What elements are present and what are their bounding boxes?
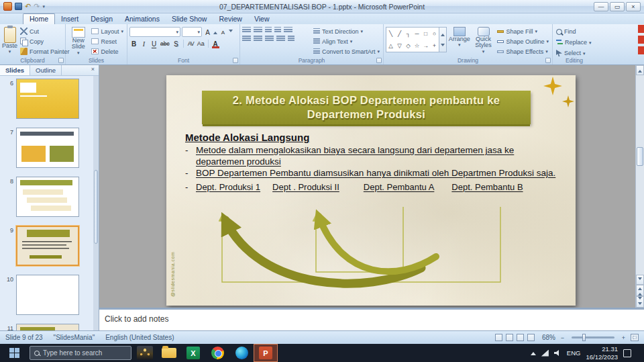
shrink-font-button[interactable]: A bbox=[219, 28, 227, 37]
strikethrough-button[interactable]: abc bbox=[160, 39, 170, 48]
italic-button[interactable]: I bbox=[140, 39, 148, 48]
taskbar-powerpoint-active[interactable]: P bbox=[254, 344, 278, 362]
start-button[interactable] bbox=[0, 344, 28, 362]
taskbar-app-dark[interactable] bbox=[133, 344, 157, 362]
bullets-icon[interactable] bbox=[242, 27, 251, 34]
slide-thumbnail-11[interactable]: 11 bbox=[0, 324, 79, 330]
font-dialog-launcher[interactable] bbox=[233, 58, 238, 63]
tab-animations[interactable]: Animations bbox=[119, 14, 166, 24]
font-size-combo[interactable]: ▾ bbox=[182, 27, 202, 37]
shape-outline-button[interactable]: Shape Outline ▾ bbox=[496, 37, 550, 46]
shape-fill-button[interactable]: Shape Fill ▾ bbox=[496, 27, 550, 36]
panel-tab-outline[interactable]: Outline bbox=[30, 65, 62, 75]
volume-icon[interactable] bbox=[554, 350, 561, 357]
delete-button[interactable]: Delete bbox=[90, 47, 125, 56]
tab-review[interactable]: Review bbox=[213, 14, 248, 24]
reset-button[interactable]: Reset bbox=[90, 37, 125, 46]
slide-thumbnail-7[interactable]: 7 bbox=[0, 128, 79, 168]
language-indicator[interactable]: English (United States) bbox=[105, 334, 174, 341]
layout-button[interactable]: Layout ▾ bbox=[90, 27, 125, 36]
line-spacing-icon[interactable] bbox=[284, 27, 292, 34]
tab-view[interactable]: View bbox=[248, 14, 276, 24]
align-left-icon[interactable] bbox=[242, 36, 251, 42]
slide-thumbnail-10[interactable]: 10 bbox=[0, 275, 79, 315]
input-language[interactable]: ENG bbox=[567, 349, 581, 357]
panel-scrollbar-thumb[interactable] bbox=[94, 170, 98, 244]
clipboard-dialog-launcher[interactable] bbox=[58, 58, 64, 63]
taskbar-chrome[interactable] bbox=[205, 344, 229, 362]
convert-smartart-button[interactable]: Convert to SmartArt ▾ bbox=[312, 47, 381, 56]
notes-pane[interactable]: Click to add notes bbox=[99, 308, 644, 330]
slideshow-view-button[interactable] bbox=[527, 334, 535, 341]
zoom-in-button[interactable]: + bbox=[620, 334, 627, 341]
text-direction-button[interactable]: Text Direction ▾ bbox=[312, 27, 381, 36]
shape-triangle-down-icon[interactable]: ▽ bbox=[395, 40, 404, 52]
network-icon[interactable] bbox=[541, 350, 549, 357]
cut-button[interactable]: Cut bbox=[19, 27, 71, 36]
notes-placeholder[interactable]: Click to add notes bbox=[99, 310, 644, 324]
select-button[interactable]: Select ▾ bbox=[555, 48, 594, 58]
save-icon[interactable] bbox=[15, 3, 22, 10]
align-center-icon[interactable] bbox=[254, 36, 262, 42]
change-case-button[interactable]: Aa bbox=[197, 39, 205, 48]
shape-oval-icon[interactable]: ○ bbox=[430, 28, 439, 40]
bold-button[interactable]: B bbox=[129, 39, 138, 48]
tray-expand-icon[interactable] bbox=[531, 349, 536, 355]
tab-home[interactable]: Home bbox=[23, 13, 55, 24]
align-right-icon[interactable] bbox=[265, 36, 274, 42]
shape-arrow-icon[interactable]: → bbox=[421, 40, 430, 52]
panel-close-icon[interactable]: × bbox=[87, 65, 99, 75]
slide-sorter-view-button[interactable] bbox=[506, 334, 513, 341]
taskbar-excel[interactable]: X bbox=[181, 344, 205, 362]
justify-icon[interactable] bbox=[276, 36, 285, 42]
shape-star-icon[interactable]: ☆ bbox=[413, 40, 421, 52]
numbering-icon[interactable] bbox=[254, 27, 262, 34]
arrange-button[interactable]: Arrange ▾ bbox=[448, 26, 471, 56]
taskbar-edge[interactable] bbox=[229, 344, 254, 362]
shape-rect-icon[interactable]: □ bbox=[421, 28, 430, 40]
slide-thumbnail-9-selected[interactable]: 9 bbox=[0, 226, 79, 266]
underline-button[interactable]: U bbox=[150, 39, 158, 48]
maximize-button[interactable]: ▭ bbox=[610, 2, 625, 11]
quick-styles-button[interactable]: Quick Styles ▾ bbox=[472, 26, 495, 56]
taskbar-file-explorer[interactable] bbox=[157, 344, 181, 362]
next-slide-button[interactable] bbox=[636, 296, 644, 308]
fit-to-window-button[interactable] bbox=[631, 334, 639, 341]
shape-elbow-icon[interactable]: ┐ bbox=[404, 28, 413, 40]
find-button[interactable]: Find bbox=[555, 27, 594, 36]
font-color-button[interactable]: A bbox=[211, 39, 220, 48]
tab-insert[interactable]: Insert bbox=[55, 14, 85, 24]
tab-design[interactable]: Design bbox=[85, 14, 119, 24]
replace-button[interactable]: Replace ▾ bbox=[555, 38, 594, 47]
slide-title-placeholder[interactable]: 2. Metode Alokasi BOP Departemen pembant… bbox=[202, 91, 531, 124]
text-shadow-button[interactable]: S bbox=[172, 39, 180, 48]
zoom-slider[interactable] bbox=[572, 336, 614, 338]
vertical-scrollbar[interactable] bbox=[635, 65, 644, 308]
scroll-up-button[interactable] bbox=[636, 65, 644, 75]
character-spacing-button[interactable]: AV bbox=[186, 39, 195, 48]
zoom-slider-thumb[interactable] bbox=[582, 334, 586, 341]
decrease-indent-icon[interactable] bbox=[265, 27, 272, 34]
normal-view-button[interactable] bbox=[495, 334, 502, 341]
shape-dash-icon[interactable]: ─ bbox=[413, 28, 421, 40]
zoom-out-button[interactable]: − bbox=[559, 334, 566, 341]
qat-customize-icon[interactable]: ▾ bbox=[42, 4, 45, 9]
undo-icon[interactable]: ↶ bbox=[25, 2, 31, 11]
previous-slide-button[interactable] bbox=[636, 285, 644, 296]
shape-line-icon[interactable]: ╲ bbox=[386, 28, 395, 40]
taskbar-clock[interactable]: 21.31 16/12/2023 bbox=[586, 345, 618, 361]
taskbar-search[interactable] bbox=[30, 346, 131, 360]
shape-line2-icon[interactable]: ╱ bbox=[395, 28, 404, 40]
panel-scrollbar[interactable] bbox=[93, 76, 99, 330]
shape-diamond-icon[interactable]: ◇ bbox=[404, 40, 413, 52]
shapes-gallery[interactable]: ╲ ╱ ┐ ─ □ ○ △ ▽ ◇ ☆ → + bbox=[386, 26, 447, 56]
scrollbar-thumb[interactable] bbox=[637, 147, 643, 166]
font-name-combo[interactable]: ▾ bbox=[129, 27, 180, 37]
close-button[interactable]: × bbox=[626, 2, 641, 11]
search-input[interactable] bbox=[43, 349, 127, 357]
shape-triangle-icon[interactable]: △ bbox=[386, 40, 395, 52]
shape-effects-button[interactable]: Shape Effects ▾ bbox=[496, 47, 550, 56]
align-text-button[interactable]: Align Text ▾ bbox=[312, 37, 381, 46]
grow-font-button[interactable]: A bbox=[203, 28, 212, 37]
format-painter-button[interactable]: Format Painter bbox=[19, 47, 71, 56]
